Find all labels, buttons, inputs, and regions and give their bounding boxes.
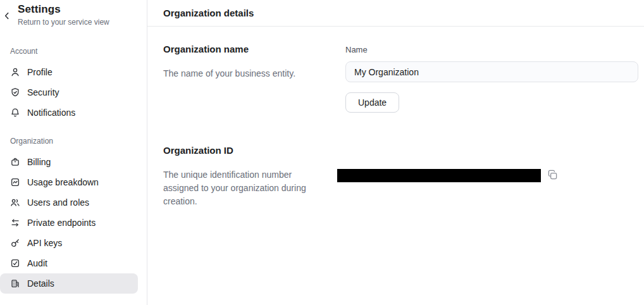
org-name-section: Organization name The name of your busin… xyxy=(163,44,638,113)
nav-group-organization: Billing Usage breakdown Users and roles … xyxy=(0,152,147,294)
back-button[interactable] xyxy=(1,11,13,22)
sidebar-item-label: Notifications xyxy=(27,108,75,118)
org-id-row xyxy=(337,169,638,182)
sidebar-item-label: Users and roles xyxy=(27,197,89,208)
sidebar-title: Settings xyxy=(18,3,137,16)
settings-sidebar: Settings Return to your service view Acc… xyxy=(0,0,147,305)
bell-icon xyxy=(10,108,20,118)
sidebar-item-profile[interactable]: Profile xyxy=(0,62,138,82)
org-name-section-info: Organization name The name of your busin… xyxy=(163,44,345,113)
user-icon xyxy=(10,67,20,77)
org-id-description: The unique identification number assigne… xyxy=(163,168,322,208)
org-id-section: Organization ID The unique identificatio… xyxy=(163,145,638,208)
copy-button[interactable] xyxy=(547,170,558,182)
shield-check-icon xyxy=(10,87,20,97)
sidebar-item-details[interactable]: Details xyxy=(0,273,138,294)
section-label-account: Account xyxy=(0,47,147,56)
sidebar-item-label: Billing xyxy=(27,157,51,168)
sidebar-item-notifications[interactable]: Notifications xyxy=(0,103,138,123)
key-icon xyxy=(10,238,20,248)
chart-icon xyxy=(10,177,20,187)
settings-app: Settings Return to your service view Acc… xyxy=(0,0,644,305)
name-field-label: Name xyxy=(345,45,368,54)
sidebar-item-billing[interactable]: Billing xyxy=(0,152,138,172)
wallet-icon xyxy=(10,157,20,167)
org-name-description: The name of your business entity. xyxy=(163,67,333,80)
org-id-value-area xyxy=(337,145,638,208)
nav-group-account: Profile Security Notifications xyxy=(0,62,147,123)
sidebar-item-security[interactable]: Security xyxy=(0,82,138,103)
section-label-organization: Organization xyxy=(0,137,147,146)
sidebar-item-api-keys[interactable]: API keys xyxy=(0,233,138,253)
sidebar-item-label: API keys xyxy=(27,238,62,249)
users-icon xyxy=(10,197,20,208)
arrows-left-right-icon xyxy=(10,218,20,228)
sidebar-item-private-endpoints[interactable]: Private endpoints xyxy=(0,213,138,233)
sidebar-subtitle: Return to your service view xyxy=(18,18,137,27)
update-button[interactable]: Update xyxy=(345,92,399,113)
org-name-input[interactable] xyxy=(345,61,638,82)
org-id-redacted-value xyxy=(337,169,541,182)
main-panel: Organization details Organization name T… xyxy=(147,0,644,305)
building-icon xyxy=(10,278,20,289)
main-content: Organization name The name of your busin… xyxy=(147,27,644,208)
sidebar-item-label: Audit xyxy=(27,258,47,269)
org-id-heading: Organization ID xyxy=(163,145,322,156)
main-header: Organization details xyxy=(147,0,644,27)
sidebar-header: Settings Return to your service view xyxy=(0,3,147,27)
copy-icon xyxy=(547,170,558,182)
chevron-left-icon xyxy=(3,11,11,22)
page-title: Organization details xyxy=(163,8,254,18)
org-name-form: Name Update xyxy=(345,44,638,113)
sidebar-item-users-and-roles[interactable]: Users and roles xyxy=(0,192,138,213)
sidebar-item-label: Private endpoints xyxy=(27,218,96,228)
sidebar-item-audit[interactable]: Audit xyxy=(0,253,138,273)
sidebar-item-label: Details xyxy=(27,278,54,289)
audit-log-icon xyxy=(10,258,20,268)
sidebar-item-label: Usage breakdown xyxy=(27,177,99,188)
sidebar-item-usage-breakdown[interactable]: Usage breakdown xyxy=(0,172,138,192)
sidebar-item-label: Profile xyxy=(27,67,53,78)
sidebar-item-label: Security xyxy=(27,87,59,98)
org-id-section-info: Organization ID The unique identificatio… xyxy=(163,145,337,208)
org-name-heading: Organization name xyxy=(163,44,333,55)
